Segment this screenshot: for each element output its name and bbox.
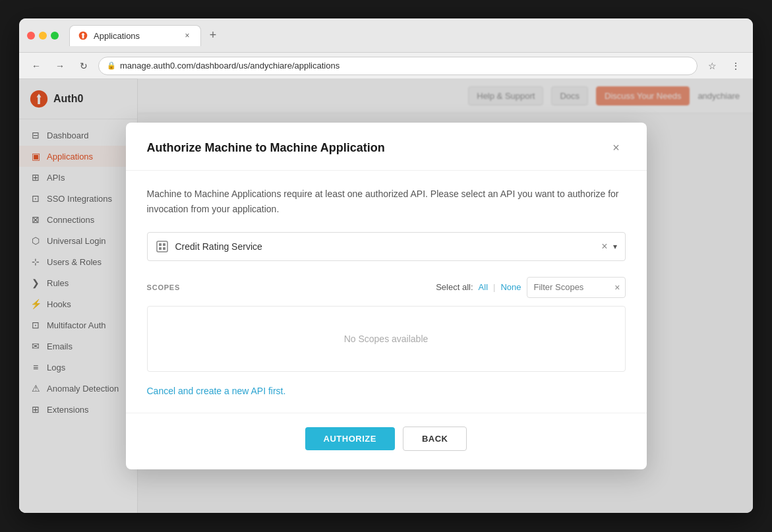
api-selector-text: Credit Rating Service [175,241,595,252]
authorize-button[interactable]: AUTHORIZE [305,427,395,450]
forward-button[interactable]: → [51,57,69,75]
scope-filter-input[interactable] [527,277,626,298]
scopes-controls: Select all: All | None × [436,277,625,298]
scope-divider: | [493,282,495,292]
modal-title: Authorize Machine to Machine Application [147,141,385,155]
select-all-label: Select all: [436,282,473,292]
url-text: manage.auth0.com/dashboard/us/andychiare… [120,61,689,71]
api-selector-actions: × ▾ [601,241,616,252]
browser-titlebar: Applications × + [19,18,753,53]
modal-header: Authorize Machine to Machine Application… [126,123,647,171]
modal-overlay: Authorize Machine to Machine Application… [19,79,753,513]
refresh-button[interactable]: ↻ [74,57,93,75]
minimize-traffic-light[interactable] [39,32,47,40]
close-traffic-light[interactable] [27,32,35,40]
tab-title: Applications [94,31,177,41]
svg-rect-6 [163,247,165,250]
tab-favicon [78,30,88,41]
maximize-traffic-light[interactable] [51,32,59,40]
svg-rect-4 [159,247,162,250]
bookmark-button[interactable]: ☆ [703,57,721,75]
svg-rect-3 [159,243,162,246]
cancel-link-wrapper: Cancel and create a new API first. [147,385,286,397]
cancel-create-api-link[interactable]: Cancel and create a new API first. [147,386,286,396]
scopes-box: No Scopes available [147,306,626,372]
modal-footer: AUTHORIZE BACK [126,413,647,469]
lock-icon: 🔒 [107,61,116,70]
svg-rect-2 [157,241,167,252]
scope-filter-clear-button[interactable]: × [614,282,620,293]
select-all-link[interactable]: All [479,282,488,292]
modal-description: Machine to Machine Applications require … [147,187,626,216]
more-button[interactable]: ⋮ [727,57,745,75]
browser-actions: ☆ ⋮ [703,57,745,75]
modal-close-button[interactable]: × [607,138,626,157]
api-selector-clear-button[interactable]: × [601,241,607,252]
tab-bar: Applications × + [69,25,745,46]
api-selector-arrow: ▾ [613,242,617,251]
scopes-label: SCOPES [147,283,181,291]
svg-rect-5 [163,243,165,246]
modal-body: Machine to Machine Applications require … [126,171,647,413]
api-selector-icon [156,240,169,253]
address-bar[interactable]: 🔒 manage.auth0.com/dashboard/us/andychia… [98,57,698,75]
app-content: Auth0 ⊟ Dashboard ▣ Applications ⊞ APIs … [19,79,753,513]
back-button[interactable]: ← [27,57,45,75]
new-tab-button[interactable]: + [204,26,222,45]
modal-dialog: Authorize Machine to Machine Application… [126,123,647,469]
traffic-lights [27,32,59,40]
select-none-link[interactable]: None [500,282,521,292]
back-button[interactable]: BACK [403,427,467,451]
api-selector[interactable]: Credit Rating Service × ▾ [147,232,626,261]
scope-filter-wrapper: × [527,277,626,298]
no-scopes-text: No Scopes available [344,334,429,344]
browser-tab[interactable]: Applications × [69,25,201,46]
tab-close-button[interactable]: × [182,30,193,41]
scopes-header: SCOPES Select all: All | None × [147,277,626,298]
browser-toolbar: ← → ↻ 🔒 manage.auth0.com/dashboard/us/an… [19,53,753,79]
